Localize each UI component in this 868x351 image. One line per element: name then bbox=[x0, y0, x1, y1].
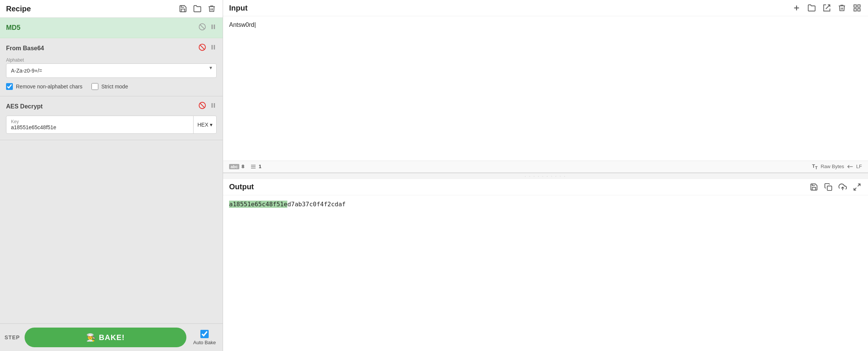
recipe-panel: Recipe MD5 bbox=[0, 0, 223, 351]
step-from-base64-pause-icon[interactable] bbox=[210, 44, 217, 53]
key-label: Key bbox=[11, 119, 189, 124]
step-aes-decrypt-header: AES Decrypt bbox=[6, 102, 217, 111]
auto-bake-checkbox[interactable] bbox=[200, 330, 209, 338]
status-tt-icon: TT bbox=[812, 163, 818, 170]
recipe-delete-button[interactable] bbox=[207, 4, 217, 14]
key-type-label: HEX bbox=[197, 122, 208, 128]
alphabet-select-wrapper: Alphabet A-Za-z0-9+/= bbox=[6, 57, 217, 78]
output-header-icons bbox=[809, 182, 862, 192]
svg-rect-14 bbox=[854, 5, 856, 7]
output-content: a18551e65c48f51ed7ab37c0f4f2cdaf bbox=[223, 195, 868, 351]
status-char-count: 8 bbox=[242, 164, 244, 169]
input-header: Input bbox=[223, 0, 868, 16]
alphabet-select[interactable]: A-Za-z0-9+/= bbox=[6, 63, 217, 78]
from-base64-checkboxes: Remove non-alphabet chars Strict mode bbox=[6, 83, 217, 90]
step-aes-decrypt-controls bbox=[198, 102, 217, 111]
output-upload-button[interactable] bbox=[838, 182, 848, 192]
svg-line-24 bbox=[858, 184, 860, 186]
bake-icon: 👨‍🍳 bbox=[86, 333, 96, 342]
auto-bake-label: Auto Bake bbox=[193, 340, 216, 345]
strict-mode-label: Strict mode bbox=[101, 83, 128, 90]
step-aes-decrypt-disable-icon[interactable] bbox=[198, 102, 206, 111]
svg-rect-2 bbox=[212, 25, 213, 29]
svg-rect-10 bbox=[212, 103, 213, 108]
status-line-count: 1 bbox=[259, 164, 261, 169]
input-add-button[interactable] bbox=[792, 3, 801, 13]
step-from-base64-label: From Base64 bbox=[6, 45, 44, 52]
recipe-steps: MD5 From Base64 bbox=[0, 18, 223, 323]
step-from-base64: From Base64 Alphabet A-Za-z0-9+/= bbox=[0, 38, 223, 96]
svg-rect-3 bbox=[214, 25, 215, 29]
remove-nonalpha-checkbox[interactable] bbox=[6, 83, 13, 90]
panel-divider[interactable]: · · · · · · · · · · bbox=[223, 173, 868, 179]
recipe-open-button[interactable] bbox=[192, 4, 202, 14]
step-md5-pause-icon[interactable] bbox=[210, 23, 217, 32]
svg-line-5 bbox=[200, 45, 205, 49]
remove-nonalpha-checkbox-item[interactable]: Remove non-alphabet chars bbox=[6, 83, 82, 90]
recipe-save-button[interactable] bbox=[178, 4, 188, 14]
key-input-row: Key a18551e65c48f51e HEX ▾ bbox=[6, 116, 217, 134]
key-type-select[interactable]: HEX ▾ bbox=[193, 116, 216, 133]
step-md5-label: MD5 bbox=[6, 24, 20, 32]
svg-rect-16 bbox=[854, 9, 856, 11]
svg-rect-17 bbox=[858, 9, 860, 11]
key-value[interactable]: a18551e65c48f51e bbox=[11, 124, 189, 130]
output-save-button[interactable] bbox=[809, 182, 819, 192]
step-aes-decrypt-pause-icon[interactable] bbox=[210, 102, 217, 111]
step-aes-decrypt-label: AES Decrypt bbox=[6, 103, 43, 110]
input-open-button[interactable] bbox=[807, 3, 817, 13]
arrow-left-icon bbox=[847, 164, 853, 169]
output-title: Output bbox=[229, 182, 809, 191]
bake-label: BAKE! bbox=[99, 333, 125, 342]
svg-rect-22 bbox=[827, 186, 832, 190]
strict-mode-checkbox-item[interactable]: Strict mode bbox=[91, 83, 128, 90]
output-plain-text: d7ab37c0f4f2cdaf bbox=[287, 201, 346, 208]
recipe-footer: STEP 👨‍🍳 BAKE! Auto Bake bbox=[0, 323, 223, 351]
step-md5-disable-icon[interactable] bbox=[198, 23, 206, 32]
status-abc-badge: abc bbox=[229, 164, 239, 169]
input-area[interactable]: Antsw0rd bbox=[223, 16, 868, 161]
output-copy-button[interactable] bbox=[823, 182, 833, 192]
input-import-button[interactable] bbox=[822, 3, 832, 13]
strict-mode-checkbox[interactable] bbox=[91, 83, 98, 90]
step-md5-controls bbox=[198, 23, 217, 32]
svg-line-9 bbox=[200, 103, 205, 108]
input-delete-button[interactable] bbox=[837, 3, 847, 13]
status-right: TT Raw Bytes LF bbox=[812, 163, 862, 170]
output-text: a18551e65c48f51ed7ab37c0f4f2cdaf bbox=[229, 201, 346, 208]
recipe-header-icons bbox=[178, 4, 217, 14]
input-grid-button[interactable] bbox=[852, 3, 862, 13]
svg-rect-6 bbox=[212, 45, 213, 49]
remove-nonalpha-label: Remove non-alphabet chars bbox=[16, 83, 82, 90]
svg-rect-15 bbox=[858, 5, 860, 7]
input-status-bar: abc 8 1 TT Raw Bytes LF bbox=[223, 161, 868, 172]
alphabet-label: Alphabet bbox=[6, 57, 217, 63]
step-from-base64-header: From Base64 bbox=[6, 43, 217, 53]
step-from-base64-disable-icon[interactable] bbox=[198, 43, 206, 53]
step-from-base64-controls bbox=[198, 43, 217, 53]
input-title: Input bbox=[229, 4, 792, 12]
step-aes-decrypt: AES Decrypt Key a18551e65c48f51e HEX bbox=[0, 96, 223, 140]
status-newline-label: LF bbox=[856, 164, 862, 169]
input-section: Input Antsw0rd bbox=[223, 0, 868, 173]
auto-bake-toggle[interactable]: Auto Bake bbox=[191, 330, 218, 345]
svg-rect-7 bbox=[214, 45, 215, 49]
svg-line-1 bbox=[200, 25, 205, 29]
input-content: Antsw0rd bbox=[229, 22, 256, 28]
recipe-title: Recipe bbox=[6, 5, 174, 13]
output-expand-button[interactable] bbox=[852, 182, 862, 192]
svg-rect-11 bbox=[214, 103, 215, 108]
step-md5: MD5 bbox=[0, 18, 223, 38]
status-type-label: Raw Bytes bbox=[821, 164, 844, 169]
right-panel: Input Antsw0rd bbox=[223, 0, 868, 351]
svg-line-25 bbox=[854, 187, 856, 190]
output-section: Output a18551e65c48f51ed7ab37c0f4f2cdaf bbox=[223, 179, 868, 351]
lines-icon bbox=[250, 164, 256, 170]
output-header: Output bbox=[223, 179, 868, 195]
step-label: STEP bbox=[5, 334, 20, 340]
output-highlighted-text: a18551e65c48f51e bbox=[229, 201, 287, 208]
input-header-icons bbox=[792, 3, 862, 13]
recipe-header: Recipe bbox=[0, 0, 223, 18]
bake-button[interactable]: 👨‍🍳 BAKE! bbox=[25, 328, 186, 347]
key-input-wrapper: Key a18551e65c48f51e bbox=[6, 116, 193, 133]
